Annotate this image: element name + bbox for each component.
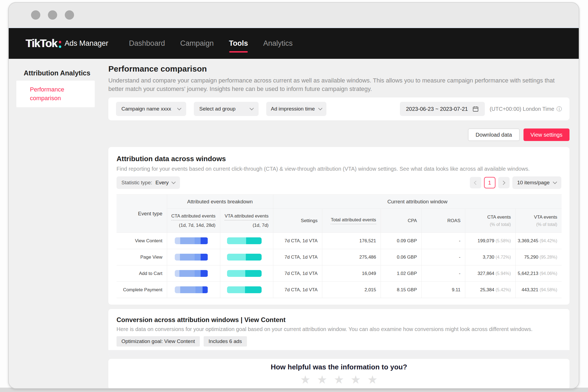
main-nav: Dashboard Campaign Tools Analytics <box>129 39 293 48</box>
nav-analytics[interactable]: Analytics <box>263 39 293 48</box>
main-column: Performance comparison Understand and co… <box>108 59 569 389</box>
nav-dashboard[interactable]: Dashboard <box>129 39 165 48</box>
table-row: Add to Cart 7d CTA, 1d VTA 16,049 1.02 G… <box>117 265 562 282</box>
attribution-section-title: Attribution data across windows <box>117 155 561 163</box>
cell-settings: 7d CTA, 1d VTA <box>273 282 322 298</box>
group-current-attribution-window: Current attribution window <box>273 195 562 209</box>
cell-total: 275,486 <box>322 249 381 265</box>
cell-event-type: View Content <box>117 233 167 249</box>
cell-vta-bar <box>220 282 273 298</box>
sidebar-item-label[interactable]: Performance comparison <box>30 85 82 103</box>
tiktok-colon-icon <box>59 41 61 48</box>
cell-cta-bar <box>167 282 220 298</box>
star-icon[interactable]: ★ <box>300 374 311 385</box>
table-row: View Content 7d CTA, 1d VTA 176,521 0.09… <box>117 233 562 249</box>
star-icon[interactable]: ★ <box>334 374 344 385</box>
col-total-attributed-events[interactable]: Total attributed events <box>322 209 381 233</box>
tiktok-logo[interactable]: TikTok Ads Manager <box>26 37 108 50</box>
cta-bar-chart <box>175 286 208 293</box>
browser-window: TikTok Ads Manager Dashboard Campaign To… <box>8 2 579 389</box>
star-icon[interactable]: ★ <box>317 374 327 385</box>
table-row: Page View 7d CTA, 1d VTA 275,486 0.06 GB… <box>117 249 562 265</box>
conversion-table-clipped-row <box>108 350 569 357</box>
prev-page-button[interactable] <box>470 177 481 188</box>
cell-cta-bar <box>167 249 220 265</box>
cell-roas: - <box>421 233 465 249</box>
cell-cpa: 8.15 GBP <box>381 282 421 298</box>
filter-bar: Campaign name xxxx Select ad group Ad im… <box>108 97 569 120</box>
cell-vta-events: 3,369,245 (94.42%) <box>515 233 562 249</box>
cell-vta-bar <box>220 249 273 265</box>
bar-segment <box>175 270 179 277</box>
cell-settings: 7d CTA, 1d VTA <box>273 249 322 265</box>
cell-total: 176,521 <box>322 233 381 249</box>
nav-tools[interactable]: Tools <box>229 39 248 48</box>
chevron-down-icon <box>553 180 557 184</box>
cell-vta-events: 5,642,213 (94.06%) <box>515 265 562 282</box>
bar-segment <box>246 237 262 244</box>
bar-segment <box>245 270 262 277</box>
cell-vta-bar <box>220 265 273 282</box>
feedback-section: How helpful was the information to you? … <box>108 359 569 389</box>
conversion-section: Conversion across attribution windows | … <box>108 309 569 357</box>
star-icon[interactable]: ★ <box>367 374 378 385</box>
attribution-section: Attribution data across windows Find rep… <box>108 147 569 305</box>
bar-segment <box>203 286 208 293</box>
bar-segment <box>227 237 246 244</box>
impression-time-dropdown[interactable]: Ad impression time <box>266 102 326 116</box>
chevron-down-icon <box>171 180 176 184</box>
window-control-dot[interactable] <box>31 10 40 20</box>
cell-vta-events: 443,321 (94.58%) <box>515 282 562 298</box>
star-icon[interactable]: ★ <box>351 374 361 385</box>
col-cta-attributed-events[interactable]: CTA attributed events (1d, 7d, 14d, 28d) <box>167 209 220 233</box>
cta-bar-chart <box>175 270 208 277</box>
star-rating[interactable]: ★★★★★ <box>300 374 378 385</box>
actions-row: Download data View settings <box>108 128 569 141</box>
cell-cta-events: 199,079 (5.58%) <box>465 233 515 249</box>
campaign-dropdown[interactable]: Campaign name xxxx <box>116 102 186 116</box>
cell-event-type: Complete Payment <box>117 282 167 298</box>
cell-settings: 7d CTA, 1d VTA <box>273 265 322 282</box>
tiktok-wordmark: TikTok <box>26 37 57 50</box>
date-range-picker[interactable]: 2023-06-23 ~ 2023-07-21 <box>400 102 485 116</box>
bar-segment <box>175 286 180 293</box>
cell-settings: 7d CTA, 1d VTA <box>273 233 322 249</box>
window-control-dot[interactable] <box>48 10 57 20</box>
chevron-down-icon <box>250 106 254 111</box>
cell-roas: - <box>421 265 465 282</box>
nav-campaign[interactable]: Campaign <box>180 39 214 48</box>
sidebar-item-performance-comparison[interactable]: Performance comparison <box>16 81 95 107</box>
window-control-dot[interactable] <box>65 10 74 20</box>
timezone-label: (UTC+00:00) London Time ⓘ <box>490 105 562 113</box>
bar-segment <box>195 254 201 261</box>
page-size-dropdown[interactable]: 10 items/page <box>512 176 561 189</box>
view-settings-button[interactable]: View settings <box>523 128 569 141</box>
optimization-goal-tag[interactable]: Optimization goal: View Content <box>117 336 200 347</box>
next-page-button[interactable] <box>498 177 510 188</box>
statistic-type-dropdown[interactable]: Statistic type: Every <box>117 176 180 189</box>
statistic-type-label: Statistic type: <box>121 180 152 186</box>
bar-segment <box>201 237 208 244</box>
bar-segment <box>175 254 180 261</box>
download-data-button[interactable]: Download data <box>468 128 519 141</box>
bar-segment <box>180 254 195 261</box>
cell-total: 2,015 <box>322 282 381 298</box>
ads-manager-label: Ads Manager <box>65 39 108 48</box>
current-page-button[interactable]: 1 <box>484 177 495 188</box>
page-description: Understand and compare your campaign per… <box>108 76 560 93</box>
bar-segment <box>175 237 180 244</box>
cell-event-type: Add to Cart <box>117 265 167 282</box>
col-vta-attributed-events[interactable]: VTA attributed events (1d, 7d) <box>220 209 273 233</box>
includes-ads-tag[interactable]: Includes 6 ads <box>204 336 247 347</box>
info-icon[interactable]: ⓘ <box>556 105 562 113</box>
calendar-icon <box>472 106 479 112</box>
bar-segment <box>195 286 203 293</box>
ad-group-dropdown[interactable]: Select ad group <box>194 102 259 116</box>
bar-segment <box>180 237 194 244</box>
cell-cta-events: 25,384 (5.42%) <box>465 282 515 298</box>
sidebar-title: Attribution Analytics <box>24 69 90 77</box>
window-titlebar <box>9 3 579 27</box>
bar-segment <box>179 270 195 277</box>
date-range-value: 2023-06-23 ~ 2023-07-21 <box>406 106 468 112</box>
attribution-table: Event type Attributed events breakdown C… <box>117 194 562 298</box>
